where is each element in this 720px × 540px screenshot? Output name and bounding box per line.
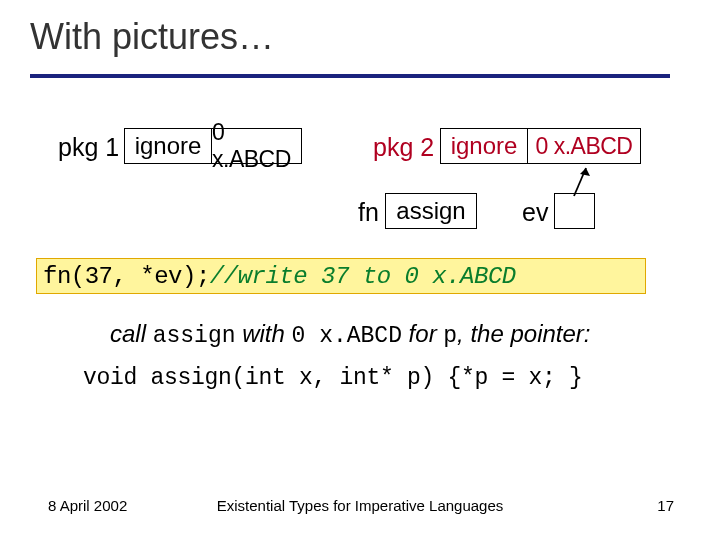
svg-line-0 <box>574 168 586 196</box>
pkg1-cell-ignore: ignore <box>125 129 212 163</box>
caption-t4: , the pointer: <box>457 320 590 347</box>
code-comment: //write 37 to 0 x.ABCD <box>210 263 516 290</box>
fn-label: fn <box>358 198 379 227</box>
footer-page: 17 <box>657 497 674 514</box>
pkg2-cell-ignore: ignore <box>441 129 528 163</box>
caption-t3: for <box>402 320 443 347</box>
svg-marker-1 <box>580 168 590 176</box>
pkg2-box: ignore 0 x.ABCD <box>440 128 641 164</box>
fn-box: assign <box>385 193 477 229</box>
code-call: fn(37, *ev); <box>43 263 210 290</box>
title-rule <box>30 74 670 78</box>
ev-box <box>554 193 595 229</box>
pkg1-cell-addr: 0 x.ABCD <box>212 129 301 163</box>
pkg2-label: pkg 2 <box>373 133 434 162</box>
caption: call assign with 0 x.ABCD for p, the poi… <box>110 320 591 349</box>
pkg1-label: pkg 1 <box>58 133 119 162</box>
slide: With pictures… pkg 1 ignore 0 x.ABCD pkg… <box>0 0 720 540</box>
pkg2-cell-addr: 0 x.ABCD <box>528 129 640 163</box>
caption-p: p <box>443 323 457 349</box>
slide-title: With pictures… <box>30 16 274 58</box>
caption-t2: with <box>236 320 292 347</box>
caption-assign: assign <box>153 323 236 349</box>
caption-addr: 0 x.ABCD <box>292 323 402 349</box>
pkg1-box: ignore 0 x.ABCD <box>124 128 302 164</box>
caption-t1: call <box>110 320 153 347</box>
ev-label: ev <box>522 198 548 227</box>
signature: void assign(int x, int* p) {*p = x; } <box>83 365 583 391</box>
code-line: fn(37, *ev); //write 37 to 0 x.ABCD <box>36 258 646 294</box>
footer-title: Existential Types for Imperative Languag… <box>0 497 720 514</box>
